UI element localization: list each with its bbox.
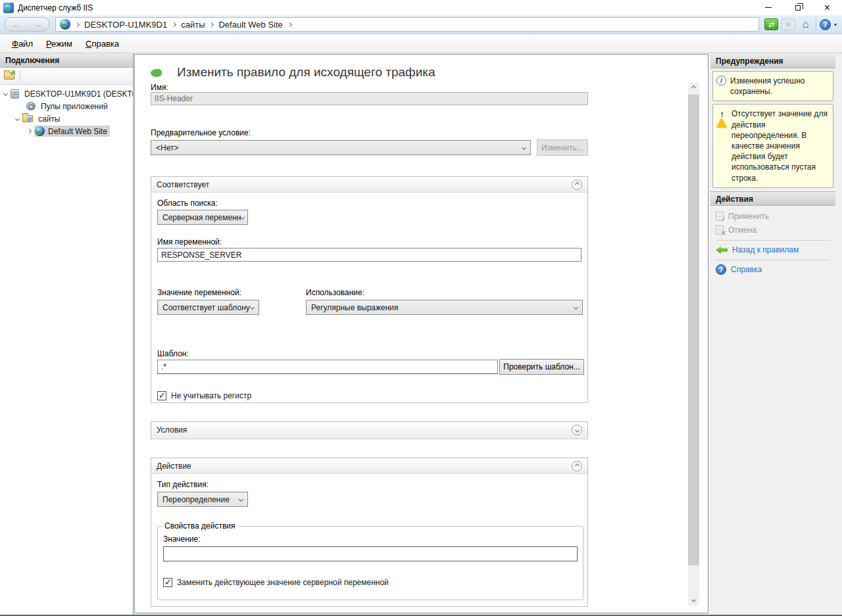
window-title: Диспетчер служб IIS xyxy=(18,3,93,12)
back-button[interactable]: ← xyxy=(12,20,20,30)
alert-warning: ! Отсутствует значение для действия пере… xyxy=(712,104,833,187)
home-icon[interactable]: ⌂ xyxy=(799,18,812,30)
forward-button[interactable]: → xyxy=(34,20,43,30)
back-to-rules-action[interactable]: Назад к правилам xyxy=(710,243,835,257)
value-input[interactable] xyxy=(163,546,578,561)
breadcrumb-server[interactable]: DESKTOP-U1MK9D1 xyxy=(84,20,167,30)
expanded-twisty-icon[interactable] xyxy=(15,116,20,121)
match-section-header[interactable]: Соответствует xyxy=(151,177,587,193)
cancel-action: ✕ Отмена xyxy=(710,224,835,237)
chevron-down-icon xyxy=(574,305,578,310)
scope-value: Серверная переменн xyxy=(162,213,241,222)
tree-item-application-pools[interactable]: Пулы приложений xyxy=(0,100,133,112)
chevron-up-icon xyxy=(574,463,579,468)
help-action[interactable]: ? Справка xyxy=(710,263,835,277)
back-arrow-icon xyxy=(716,246,728,254)
value-label: Значение: xyxy=(163,534,201,544)
help-icon: ? xyxy=(716,264,726,275)
alert-text: Отсутствует значение для действия переоп… xyxy=(731,108,830,183)
restore-icon xyxy=(795,5,801,11)
menu-view[interactable]: Режим xyxy=(39,36,79,51)
application-pools-icon xyxy=(26,102,36,110)
scroll-up-button[interactable] xyxy=(688,82,699,93)
conditions-section-header[interactable]: Условия xyxy=(151,422,587,438)
back-to-rules-label: Назад к правилам xyxy=(732,245,799,254)
close-icon: × xyxy=(824,3,830,13)
breadcrumb-separator-icon xyxy=(209,22,214,26)
scrollbar-track[interactable] xyxy=(688,93,699,594)
warning-exclamation-icon: ! xyxy=(721,110,723,120)
selected-tree-item[interactable]: Default Web Site xyxy=(34,126,110,137)
chevron-down-icon xyxy=(691,598,696,602)
chevron-down-icon xyxy=(240,215,245,220)
save-connection-arrow-icon xyxy=(9,68,17,77)
site-globe-icon xyxy=(60,19,70,30)
minimize-button[interactable] xyxy=(753,0,783,15)
breadcrumb-separator-icon xyxy=(75,22,80,26)
tree-item-server[interactable]: DESKTOP-U1MK9D1 (DESKTOP xyxy=(0,87,133,100)
server-icon xyxy=(11,89,19,99)
alerts-header: Предупреждения xyxy=(710,54,835,68)
apply-icon: ✓ xyxy=(716,212,724,221)
chevron-down-icon xyxy=(239,497,243,502)
chevron-up-icon xyxy=(574,182,579,187)
help-dropdown-caret-icon[interactable]: ▾ xyxy=(834,22,837,28)
chevron-down-icon xyxy=(574,427,579,432)
refresh-icon[interactable]: ⇄ xyxy=(764,18,778,30)
collapse-section-button[interactable] xyxy=(572,179,582,190)
alert-text: Изменения успешно сохранены. xyxy=(730,76,830,97)
test-pattern-button[interactable]: Проверить шаблон... xyxy=(499,359,584,375)
replace-value-row: Заменить действующее значение серверной … xyxy=(163,578,389,587)
conditions-section-title: Условия xyxy=(157,425,187,435)
toolbar-divider xyxy=(816,18,816,30)
tree-item-label: Пулы приложений xyxy=(39,101,110,112)
menu-help[interactable]: Справка xyxy=(79,36,126,51)
actions-list: ✓ Применить ✕ Отмена Назад к правилам ? … xyxy=(710,206,835,277)
alert-info: i Изменения успешно сохранены. xyxy=(712,71,833,101)
tree-item-label: сайты xyxy=(36,114,62,124)
precondition-select[interactable]: <Нет> xyxy=(151,140,531,155)
variable-value-select[interactable]: Соответствует шаблону xyxy=(157,300,259,315)
ignore-case-row: Не учитывать регистр xyxy=(157,391,251,400)
breadcrumb-sites[interactable]: сайты xyxy=(181,20,205,30)
info-icon: i xyxy=(716,76,726,85)
action-type-select[interactable]: Переопределение xyxy=(157,492,248,507)
menu-file[interactable]: Файл xyxy=(5,36,39,51)
conditions-section: Условия xyxy=(151,421,588,439)
page-scrollbar[interactable] xyxy=(688,82,699,605)
replace-value-checkbox[interactable] xyxy=(163,578,172,587)
breadcrumb-default-web-site[interactable]: Default Web Site xyxy=(218,20,282,30)
title-bar: Диспетчер служб IIS × xyxy=(0,0,842,15)
using-label: Использование: xyxy=(306,288,364,297)
variable-value-value: Соответствует шаблону xyxy=(162,303,250,312)
help-icon[interactable]: ? xyxy=(820,19,831,30)
pattern-input[interactable]: .* xyxy=(157,360,498,374)
help-label: Справка xyxy=(731,265,762,274)
ignore-case-checkbox[interactable] xyxy=(157,391,166,400)
app-icon xyxy=(3,3,14,13)
scope-select[interactable]: Серверная переменн xyxy=(157,210,248,225)
scrollbar-thumb[interactable] xyxy=(688,95,699,565)
cancel-icon: ✕ xyxy=(716,225,724,235)
action-section-header[interactable]: Действие xyxy=(151,458,587,474)
save-connection-icon[interactable] xyxy=(4,72,14,80)
tree-item-default-web-site[interactable]: Default Web Site xyxy=(0,125,133,137)
sites-folder-icon xyxy=(22,115,33,122)
actions-divider xyxy=(716,240,830,241)
tree-item-sites[interactable]: сайты xyxy=(0,112,133,125)
name-label: Имя: xyxy=(151,83,168,92)
collapsed-twisty-icon[interactable] xyxy=(27,129,32,133)
close-button[interactable]: × xyxy=(812,0,842,15)
using-select[interactable]: Регулярные выражения xyxy=(306,300,583,315)
breadcrumb[interactable]: DESKTOP-U1MK9D1 сайты Default Web Site xyxy=(55,17,759,32)
chevron-up-icon xyxy=(691,85,696,90)
expand-section-button[interactable] xyxy=(572,425,582,435)
variable-name-input[interactable]: RESPONSE_SERVER xyxy=(157,248,582,262)
chevron-down-icon xyxy=(250,305,255,310)
restore-button[interactable] xyxy=(783,0,812,15)
expanded-twisty-icon[interactable] xyxy=(3,91,8,96)
stop-icon: ✕ xyxy=(781,18,795,30)
actions-header: Действия xyxy=(710,191,835,206)
collapse-section-button[interactable] xyxy=(572,461,582,471)
scroll-down-button[interactable] xyxy=(688,594,699,605)
